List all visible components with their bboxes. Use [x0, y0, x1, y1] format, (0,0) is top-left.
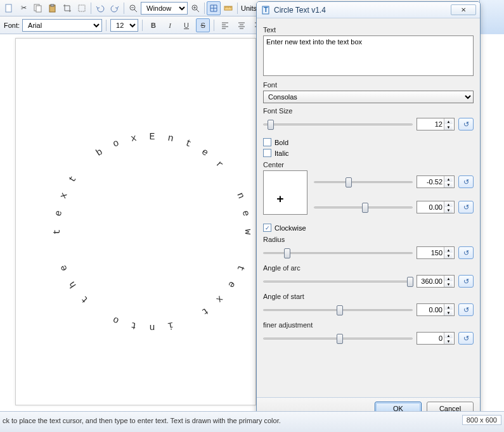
fontsize-label: Font Size: [263, 107, 474, 115]
svg-text:T: T: [264, 6, 268, 13]
spinner-down-icon[interactable]: ▼: [444, 124, 453, 130]
bold-button[interactable]: B: [146, 18, 160, 32]
copy-icon[interactable]: [31, 1, 45, 15]
dialog-title: Circle Text v1.4: [274, 6, 451, 15]
center-pad[interactable]: +: [263, 170, 307, 215]
font-label: Font:: [4, 22, 20, 29]
radius-label: Radius: [263, 236, 474, 243]
status-bar: ck to place the text cursor, and then ty…: [0, 411, 504, 432]
text-label: Text: [263, 26, 474, 34]
anglestart-slider[interactable]: [263, 303, 413, 316]
anglearc-label: Angle of arc: [263, 264, 474, 272]
italic-label: Italic: [275, 149, 289, 157]
separator: [237, 3, 238, 14]
radius-slider[interactable]: [263, 246, 413, 259]
separator: [106, 20, 107, 31]
close-button[interactable]: ✕: [451, 4, 476, 15]
strikethrough-button[interactable]: S: [196, 18, 210, 32]
finer-slider[interactable]: [263, 332, 413, 345]
separator: [91, 3, 91, 14]
svg-line-7: [134, 10, 137, 12]
new-icon[interactable]: [2, 1, 16, 15]
svg-rect-4: [51, 4, 54, 6]
svg-rect-5: [79, 5, 85, 11]
center-x-slider[interactable]: [314, 175, 413, 188]
separator: [142, 20, 143, 31]
font-size-combo[interactable]: 12: [110, 19, 138, 32]
fontsize-slider[interactable]: [263, 118, 413, 130]
zoom-combo[interactable]: Window: [141, 2, 188, 15]
ribbon-edge: [479, 0, 504, 35]
reset-anglestart-button[interactable]: ↺: [458, 303, 474, 316]
bold-checkbox-row[interactable]: Bold: [263, 138, 474, 146]
font-select[interactable]: Consolas: [263, 91, 474, 103]
document-canvas[interactable]: Enter new text into the text box: [15, 38, 256, 405]
clockwise-label: Clockwise: [275, 224, 306, 232]
bold-checkbox[interactable]: [263, 138, 271, 146]
finer-numbox[interactable]: ▲▼: [417, 332, 455, 345]
align-center-icon[interactable]: [235, 18, 249, 32]
anglearc-numbox[interactable]: ▲▼: [417, 275, 455, 288]
deselect-icon[interactable]: [75, 1, 89, 15]
cut-icon[interactable]: ✂: [16, 1, 30, 15]
crop-icon[interactable]: [60, 1, 74, 15]
svg-rect-2: [36, 6, 41, 12]
italic-button[interactable]: I: [163, 18, 177, 32]
grid-icon[interactable]: [207, 1, 221, 15]
dialog-titlebar[interactable]: T Circle Text v1.4 ✕: [257, 2, 480, 18]
italic-checkbox-row[interactable]: Italic: [263, 149, 474, 157]
center-y-numbox[interactable]: ▲▼: [417, 201, 455, 213]
separator: [214, 20, 214, 31]
undo-icon[interactable]: [93, 1, 107, 15]
svg-line-10: [197, 10, 199, 12]
radius-numbox[interactable]: ▲▼: [417, 246, 455, 259]
separator: [204, 3, 205, 14]
reset-radius-button[interactable]: ↺: [458, 246, 474, 259]
canvas-dimensions: 800 x 600: [462, 415, 501, 425]
dialog-body: Text Font Consolas Font Size ▲▼ ↺ Bold I…: [257, 18, 480, 346]
center-x-numbox[interactable]: ▲▼: [417, 175, 455, 188]
italic-checkbox[interactable]: [263, 149, 271, 157]
zoom-in-icon[interactable]: [188, 1, 202, 15]
clockwise-checkbox-row[interactable]: ✓ Clockwise: [263, 224, 474, 232]
circle-text-preview: Enter new text into the text box: [16, 39, 255, 405]
align-left-icon[interactable]: [218, 18, 232, 32]
svg-rect-0: [6, 4, 11, 12]
clockwise-checkbox[interactable]: ✓: [263, 224, 271, 232]
text-input[interactable]: [263, 35, 474, 76]
reset-fontsize-button[interactable]: ↺: [458, 118, 474, 130]
font-family-combo[interactable]: Arial: [22, 19, 102, 32]
ruler-icon[interactable]: [221, 1, 235, 15]
circle-text-dialog: T Circle Text v1.4 ✕ Text Font Consolas …: [256, 1, 481, 419]
reset-finer-button[interactable]: ↺: [458, 332, 474, 345]
dialog-icon: T: [261, 5, 271, 15]
status-text: ck to place the text cursor, and then ty…: [3, 417, 281, 424]
finer-label: finer adjustment: [263, 321, 474, 329]
reset-anglearc-button[interactable]: ↺: [458, 275, 474, 288]
reset-center-x-button[interactable]: ↺: [458, 175, 474, 188]
underline-button[interactable]: U: [179, 18, 193, 32]
anglestart-numbox[interactable]: ▲▼: [417, 303, 455, 316]
separator: [124, 3, 124, 14]
crosshair-icon: +: [276, 192, 283, 205]
anglestart-label: Angle of start: [263, 293, 474, 300]
bold-label: Bold: [275, 139, 288, 146]
center-label: Center: [263, 161, 474, 168]
reset-center-y-button[interactable]: ↺: [458, 201, 474, 213]
font-label: Font: [263, 81, 474, 89]
anglearc-slider[interactable]: [263, 275, 413, 288]
center-y-slider[interactable]: [314, 201, 413, 213]
spinner-up-icon[interactable]: ▲: [444, 118, 453, 124]
paste-icon[interactable]: [46, 1, 60, 15]
redo-icon[interactable]: [108, 1, 122, 15]
zoom-out-icon[interactable]: [126, 1, 140, 15]
fontsize-numbox[interactable]: ▲▼: [417, 118, 455, 130]
